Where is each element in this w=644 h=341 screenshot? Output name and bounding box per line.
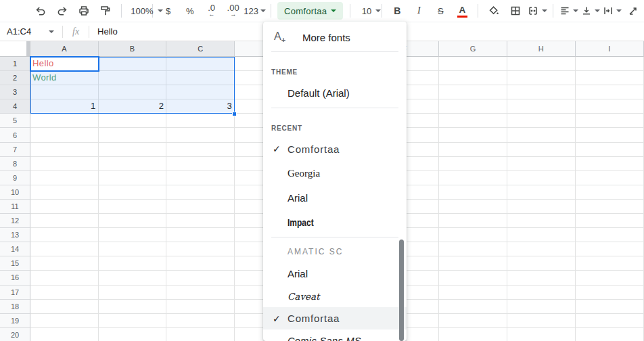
cell-G3[interactable] [439, 85, 507, 99]
cell-G16[interactable] [439, 271, 507, 285]
cell-I15[interactable] [576, 256, 644, 271]
cell-I13[interactable] [576, 228, 644, 242]
row-header-9[interactable]: 9 [0, 171, 30, 185]
text-wrapping-button[interactable] [601, 2, 622, 20]
font-option-comic-sans-ms[interactable]: Comic Sans MS [263, 329, 407, 341]
more-formats-button[interactable]: 123 [245, 2, 265, 20]
cell-C11[interactable] [166, 200, 235, 214]
cell-I6[interactable] [576, 128, 644, 142]
font-option-caveat[interactable]: Caveat [263, 285, 407, 307]
fill-handle[interactable] [232, 112, 237, 116]
cell-C6[interactable] [166, 128, 235, 142]
font-option-default-arial-[interactable]: Default (Arial) [263, 81, 407, 105]
row-header-13[interactable]: 13 [0, 228, 30, 242]
cell-C8[interactable] [166, 157, 235, 171]
increase-decimal-button[interactable]: .00 → [223, 2, 244, 20]
cell-H7[interactable] [507, 143, 576, 157]
column-header-H[interactable]: H [507, 41, 576, 57]
row-header-8[interactable]: 8 [0, 157, 30, 171]
font-option-arial[interactable]: Arial [263, 185, 407, 210]
row-header-7[interactable]: 7 [0, 143, 30, 157]
cell-G10[interactable] [439, 185, 507, 200]
italic-button[interactable]: I [409, 2, 429, 20]
cell-C2[interactable] [166, 71, 235, 85]
cell-G14[interactable] [439, 242, 507, 256]
cell-B6[interactable] [99, 128, 167, 142]
cell-H1[interactable] [507, 57, 576, 71]
print-button[interactable] [74, 2, 94, 20]
undo-button[interactable] [30, 2, 51, 20]
cell-C10[interactable] [166, 185, 235, 200]
cell-G15[interactable] [439, 256, 507, 271]
cell-I14[interactable] [576, 242, 644, 256]
formula-input[interactable]: Hello [93, 26, 118, 37]
cell-C20[interactable] [166, 328, 235, 341]
row-header-14[interactable]: 14 [0, 242, 30, 256]
cell-C18[interactable] [166, 300, 235, 314]
column-header-A[interactable]: A [30, 41, 99, 57]
strikethrough-button[interactable]: S [430, 2, 451, 20]
column-header-C[interactable]: C [166, 41, 235, 57]
cell-H9[interactable] [507, 171, 576, 185]
cell-A8[interactable] [30, 157, 99, 171]
cell-C13[interactable] [166, 228, 235, 242]
cell-B19[interactable] [99, 314, 167, 328]
text-rotation-button[interactable] [623, 2, 643, 20]
cell-I4[interactable] [576, 99, 644, 114]
cell-C16[interactable] [166, 271, 235, 285]
paint-format-button[interactable] [95, 2, 116, 20]
name-box[interactable]: A1:C4 [0, 26, 58, 37]
cell-I7[interactable] [576, 143, 644, 157]
cell-G5[interactable] [439, 114, 507, 128]
row-header-19[interactable]: 19 [0, 314, 30, 328]
column-header-I[interactable]: I [576, 41, 644, 57]
row-header-2[interactable]: 2 [0, 71, 30, 85]
cell-B15[interactable] [99, 256, 167, 271]
cell-B4[interactable]: 2 [99, 99, 167, 114]
row-header-18[interactable]: 18 [0, 300, 30, 314]
cell-I11[interactable] [576, 200, 644, 214]
bold-button[interactable]: B [387, 2, 407, 20]
cell-H18[interactable] [507, 300, 576, 314]
font-size-select[interactable]: 10 [356, 2, 376, 20]
cell-A4[interactable]: 1 [30, 99, 99, 114]
cell-C15[interactable] [166, 256, 235, 271]
menu-scrollbar-thumb[interactable] [399, 240, 404, 341]
font-family-select[interactable]: Comfortaa [277, 2, 343, 20]
cell-I20[interactable] [576, 328, 644, 341]
cell-H20[interactable] [507, 328, 576, 341]
fill-color-button[interactable] [484, 2, 504, 20]
cell-C1[interactable] [166, 57, 235, 71]
row-header-16[interactable]: 16 [0, 271, 30, 285]
cell-H8[interactable] [507, 157, 576, 171]
row-header-5[interactable]: 5 [0, 114, 30, 128]
cell-C3[interactable] [166, 85, 235, 99]
cell-B14[interactable] [99, 242, 167, 256]
merge-cells-button[interactable] [527, 2, 547, 20]
row-header-20[interactable]: 20 [0, 328, 30, 341]
cell-G12[interactable] [439, 214, 507, 228]
cell-B5[interactable] [99, 114, 167, 128]
cell-B18[interactable] [99, 300, 167, 314]
cell-H13[interactable] [507, 228, 576, 242]
cell-A5[interactable] [30, 114, 99, 128]
cell-B20[interactable] [99, 328, 167, 341]
row-header-12[interactable]: 12 [0, 214, 30, 228]
cell-H14[interactable] [507, 242, 576, 256]
cell-A1[interactable]: Hello [30, 57, 99, 71]
cell-H6[interactable] [507, 128, 576, 142]
cell-H16[interactable] [507, 271, 576, 285]
cell-A16[interactable] [30, 271, 99, 285]
cell-A6[interactable] [30, 128, 99, 142]
cell-B16[interactable] [99, 271, 167, 285]
cell-H19[interactable] [507, 314, 576, 328]
format-percent-button[interactable]: % [180, 2, 200, 20]
column-header-B[interactable]: B [99, 41, 167, 57]
row-header-10[interactable]: 10 [0, 185, 30, 200]
cell-G9[interactable] [439, 171, 507, 185]
format-currency-button[interactable]: $ [158, 2, 179, 20]
cell-C19[interactable] [166, 314, 235, 328]
cell-B13[interactable] [99, 228, 167, 242]
cell-I1[interactable] [576, 57, 644, 71]
cell-G17[interactable] [439, 286, 507, 300]
